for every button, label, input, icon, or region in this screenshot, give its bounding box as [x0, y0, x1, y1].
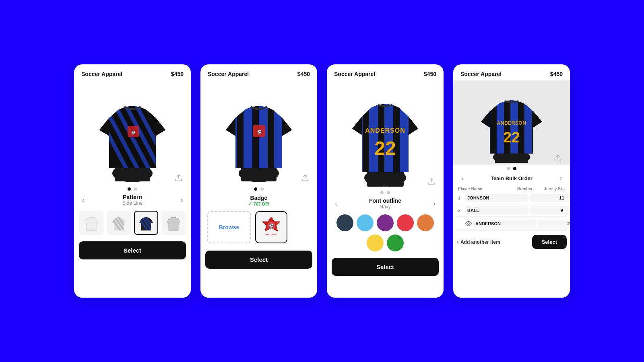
row3-number-input[interactable] [538, 220, 570, 228]
dot-2-active[interactable] [254, 187, 257, 191]
card1-dots [74, 185, 191, 191]
card4-bulk-label: Team Bulk Order [491, 175, 533, 181]
color-sky-blue[interactable] [357, 214, 374, 231]
svg-rect-20 [244, 86, 252, 182]
card3-select-btn[interactable]: Select [332, 258, 439, 276]
upload-icon-card1[interactable] [174, 173, 184, 183]
thumb-1[interactable] [79, 211, 103, 235]
card1-prev-btn[interactable]: ‹ [80, 195, 87, 205]
eye-icon[interactable] [465, 220, 472, 227]
thumb-2[interactable] [107, 211, 131, 235]
badge-section: Badge ✓ 767 DPI [200, 191, 317, 206]
svg-text:22: 22 [503, 129, 520, 146]
color-red[interactable] [397, 214, 414, 231]
svg-rect-2 [133, 166, 150, 181]
card1-next-btn[interactable]: › [178, 195, 185, 205]
dot-4-inactive[interactable] [507, 167, 510, 170]
card3-header: Soccer Apparel $450 [327, 64, 444, 80]
card1-pattern-sublabel: Side Line [122, 200, 142, 206]
row3-name-input[interactable] [473, 220, 537, 228]
svg-rect-18 [241, 166, 258, 181]
svg-rect-34 [369, 84, 378, 187]
badge-svg: ⚽ BACKUP [259, 215, 283, 239]
color-yellow[interactable] [367, 234, 384, 251]
row1-name-input[interactable] [465, 194, 528, 202]
check-icon: ✓ [248, 201, 252, 206]
card3-prev-btn[interactable]: ‹ [332, 199, 340, 209]
card-font-outline: Soccer Apparel $450 [327, 64, 444, 298]
svg-rect-36 [400, 84, 409, 187]
color-orange[interactable] [417, 214, 434, 231]
color-navy[interactable] [336, 214, 353, 231]
card3-next-btn[interactable]: › [431, 199, 438, 209]
bulk-table-header: Player Name Number Jersey Si... [456, 184, 567, 192]
table-row-2: 2 Large [456, 204, 567, 217]
bulk-footer: + Add another item Select [453, 231, 570, 253]
card3-price: $450 [424, 71, 436, 77]
svg-rect-22 [274, 86, 283, 182]
upload-icon-card4[interactable] [553, 153, 563, 163]
dot-3-inactive-1[interactable] [380, 191, 384, 194]
card4-bulk-title: Team Bulk Order [491, 175, 533, 181]
row1-number-input[interactable] [530, 194, 570, 202]
add-another-btn[interactable]: + Add another item [456, 239, 530, 245]
card-bulk-order: Soccer Apparel $450 [453, 64, 570, 298]
card4-nav: ‹ Team Bulk Order › [453, 171, 570, 184]
card1-thumbs [74, 207, 191, 239]
cards-container: Soccer Apparel $450 [58, 48, 586, 314]
color-purple[interactable] [377, 214, 394, 231]
thumb-3[interactable] [134, 211, 158, 235]
svg-rect-35 [384, 84, 393, 187]
card1-jersey-area: ⚽ [74, 80, 191, 185]
row1-num: 1 [458, 195, 464, 200]
card1-select-btn[interactable]: Select [79, 241, 186, 259]
card4-next-btn[interactable]: › [557, 173, 564, 183]
card1-jersey-svg: ⚽ [92, 86, 173, 182]
card2-select-btn[interactable]: Select [205, 251, 312, 269]
svg-rect-32 [367, 171, 384, 187]
color-swatches [327, 210, 444, 255]
row2-name-input[interactable] [465, 206, 528, 214]
col-jersey-size: Jersey Si... [539, 187, 565, 191]
card4-header: Soccer Apparel $450 [453, 64, 570, 80]
badge-browse-btn[interactable]: Browse [207, 211, 251, 243]
dot-1-inactive[interactable] [134, 187, 137, 191]
color-green[interactable] [387, 234, 404, 251]
col-player-name: Player Name [458, 187, 511, 191]
svg-text:ANDERSON: ANDERSON [365, 127, 405, 134]
card3-dots [327, 189, 444, 195]
svg-text:⚽: ⚽ [257, 130, 262, 134]
svg-text:22: 22 [374, 138, 396, 159]
card1-pattern-label: Pattern [122, 194, 142, 200]
dot-2-inactive[interactable] [260, 187, 264, 191]
row2-num: 2 [458, 208, 464, 213]
card-badge: Soccer Apparel $450 [200, 64, 317, 298]
card3-jersey-svg: ANDERSON 22 [345, 84, 425, 187]
dot-1-active[interactable] [128, 187, 131, 191]
thumb-4[interactable] [161, 211, 186, 235]
col-number: Number [513, 187, 537, 191]
card4-jersey-svg: ANDERSON 22 [473, 84, 550, 163]
card-pattern: Soccer Apparel $450 [74, 64, 191, 298]
table-row-1: 1 Small [456, 192, 567, 204]
card3-nav: ‹ Font outline Navy › [327, 195, 444, 210]
dot-4-active[interactable] [513, 167, 516, 170]
badge-upload-row: Browse ⚽ BACKUP [200, 206, 317, 248]
svg-rect-37 [354, 84, 363, 187]
card4-select-btn[interactable]: Select [532, 235, 567, 249]
card4-prev-btn[interactable]: ‹ [459, 173, 466, 183]
upload-icon-card3[interactable] [427, 177, 436, 186]
card3-nav-label: Font outline Navy [369, 197, 401, 210]
badge-label: Badge [207, 195, 311, 201]
upload-icon-card2[interactable] [300, 173, 310, 183]
svg-rect-19 [260, 166, 277, 181]
card4-title: Soccer Apparel [460, 71, 502, 77]
card2-jersey-area: ⚽ [200, 80, 317, 185]
card2-title: Soccer Apparel [208, 71, 249, 77]
badge-dpi-value: 767 DPI [254, 202, 270, 206]
card3-title: Soccer Apparel [334, 71, 375, 77]
svg-text:⚽: ⚽ [269, 223, 274, 228]
svg-rect-1 [115, 166, 132, 181]
row2-number-input[interactable] [530, 206, 570, 214]
dot-3-inactive-2[interactable] [387, 191, 390, 194]
